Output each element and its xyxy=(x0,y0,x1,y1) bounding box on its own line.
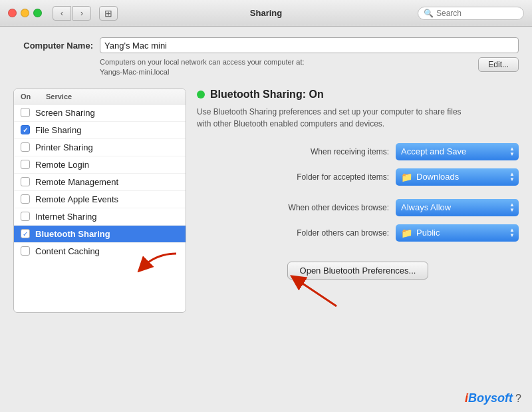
search-icon: 🔍 xyxy=(424,9,434,18)
traffic-lights xyxy=(8,9,42,17)
remote-login-label: Remote Login xyxy=(35,160,89,170)
col-service-header: Service xyxy=(46,93,72,101)
folder-browse-label: Folder others can browse: xyxy=(269,228,389,238)
folder-accepted-label: Folder for accepted items: xyxy=(269,172,389,182)
forward-button[interactable]: › xyxy=(72,6,91,21)
file-sharing-checkbox[interactable] xyxy=(21,125,30,134)
bluetooth-sharing-checkbox[interactable]: ✓ xyxy=(21,229,30,238)
when-browse-value: Always Allow xyxy=(401,202,451,212)
bluetooth-title: Bluetooth Sharing: On xyxy=(210,89,324,101)
minimize-button[interactable] xyxy=(21,9,29,17)
when-browse-label: When other devices browse: xyxy=(269,203,389,212)
folder-accepted-select-wrapper[interactable]: 📁 Downloads ▲ ▼ xyxy=(396,168,519,186)
form-section-top: When receiving items: Accept and Save ▲ … xyxy=(197,143,519,186)
when-receiving-value: Accept and Save xyxy=(401,146,466,156)
printer-sharing-checkbox[interactable] xyxy=(21,142,30,152)
when-browse-row: When other devices browse: Always Allow … xyxy=(197,199,519,216)
window-title: Sharing xyxy=(250,8,282,18)
when-receiving-label: When receiving items: xyxy=(269,147,389,156)
arrow-container xyxy=(197,280,519,313)
remote-apple-events-checkbox[interactable] xyxy=(21,194,30,204)
titlebar: ‹ › ⊞ Sharing 🔍 xyxy=(0,0,532,27)
list-item[interactable]: ✓ Bluetooth Sharing xyxy=(14,226,186,243)
service-table-header: On Service xyxy=(14,89,186,104)
remote-management-label: Remote Management xyxy=(35,177,118,187)
remote-apple-events-label: Remote Apple Events xyxy=(35,194,118,204)
select-arrows-icon: ▲ ▼ xyxy=(509,146,515,157)
search-input[interactable] xyxy=(436,9,518,18)
close-button[interactable] xyxy=(8,9,17,17)
service-list: Screen Sharing File Sharing Printer Shar… xyxy=(14,104,186,260)
select-arrows-icon: ▲ ▼ xyxy=(509,202,515,213)
screen-sharing-checkbox[interactable] xyxy=(21,108,30,117)
maximize-button[interactable] xyxy=(33,9,42,17)
edit-button[interactable]: Edit... xyxy=(478,57,519,72)
when-receiving-select[interactable]: Accept and Save ▲ ▼ xyxy=(396,143,519,160)
remote-login-checkbox[interactable] xyxy=(21,160,30,169)
nav-buttons: ‹ › xyxy=(53,6,91,21)
internet-sharing-checkbox[interactable] xyxy=(21,212,30,221)
form-section-bottom: When other devices browse: Always Allow … xyxy=(197,199,519,242)
main-content: Computer Name: Computers on your local n… xyxy=(0,27,532,412)
list-item[interactable]: Internet Sharing xyxy=(14,208,186,226)
list-item[interactable]: Remote Login xyxy=(14,156,186,174)
list-item[interactable]: File Sharing xyxy=(14,122,186,139)
network-info-row: Computers on your local network can acce… xyxy=(13,57,519,78)
when-receiving-row: When receiving items: Accept and Save ▲ … xyxy=(197,143,519,160)
computer-name-row: Computer Name: xyxy=(13,37,519,53)
col-on-header: On xyxy=(21,93,41,101)
remote-management-checkbox[interactable] xyxy=(21,177,30,186)
folder-browse-select[interactable]: 📁 Public ▲ ▼ xyxy=(396,224,519,242)
content-caching-checkbox[interactable] xyxy=(21,246,30,256)
left-panel: On Service Screen Sharing File Sharing P… xyxy=(13,89,186,313)
file-sharing-label: File Sharing xyxy=(35,125,81,135)
status-dot xyxy=(197,91,205,99)
list-item[interactable]: Remote Management xyxy=(14,174,186,191)
printer-sharing-label: Printer Sharing xyxy=(35,142,93,152)
list-item[interactable]: Screen Sharing xyxy=(14,104,186,122)
folder-accepted-row: Folder for accepted items: 📁 Downloads ▲… xyxy=(197,168,519,186)
when-browse-select-wrapper[interactable]: Always Allow ▲ ▼ xyxy=(396,199,519,216)
folder-browse-row: Folder others can browse: 📁 Public ▲ ▼ xyxy=(197,224,519,242)
folder-accepted-select[interactable]: 📁 Downloads ▲ ▼ xyxy=(396,168,519,186)
question-mark-icon: ? xyxy=(515,393,521,405)
content-caching-label: Content Caching xyxy=(35,246,100,256)
computer-name-input[interactable] xyxy=(100,37,519,53)
select-arrows-icon: ▲ ▼ xyxy=(509,172,515,182)
list-item[interactable]: Remote Apple Events xyxy=(14,191,186,208)
folder-accepted-value: Downloads xyxy=(416,172,459,182)
folder-browse-select-wrapper[interactable]: 📁 Public ▲ ▼ xyxy=(396,224,519,242)
search-box[interactable]: 🔍 xyxy=(418,7,524,20)
internet-sharing-label: Internet Sharing xyxy=(35,212,97,222)
list-item[interactable]: Content Caching xyxy=(14,243,186,260)
select-arrows-icon: ▲ ▼ xyxy=(509,228,515,238)
right-panel: Bluetooth Sharing: On Use Bluetooth Shar… xyxy=(197,89,519,313)
back-button[interactable]: ‹ xyxy=(53,6,71,21)
when-receiving-select-wrapper[interactable]: Accept and Save ▲ ▼ xyxy=(396,143,519,160)
list-item[interactable]: Printer Sharing xyxy=(14,139,186,156)
folder-browse-value: Public xyxy=(416,228,440,238)
when-browse-select[interactable]: Always Allow ▲ ▼ xyxy=(396,199,519,216)
watermark: iBoysoft ? xyxy=(465,391,521,405)
grid-view-button[interactable]: ⊞ xyxy=(99,6,118,21)
computer-name-label: Computer Name: xyxy=(13,41,100,51)
bluetooth-sharing-label: Bluetooth Sharing xyxy=(35,229,110,239)
bluetooth-header: Bluetooth Sharing: On xyxy=(197,89,519,101)
arrow-annotation-prefs xyxy=(283,273,363,309)
screen-sharing-label: Screen Sharing xyxy=(35,108,95,118)
network-info-text: Computers on your local network can acce… xyxy=(100,57,467,78)
iboysoft-logo: iBoysoft xyxy=(465,391,513,405)
panels: On Service Screen Sharing File Sharing P… xyxy=(13,89,519,313)
bluetooth-description: Use Bluetooth Sharing preferences and se… xyxy=(197,106,519,130)
